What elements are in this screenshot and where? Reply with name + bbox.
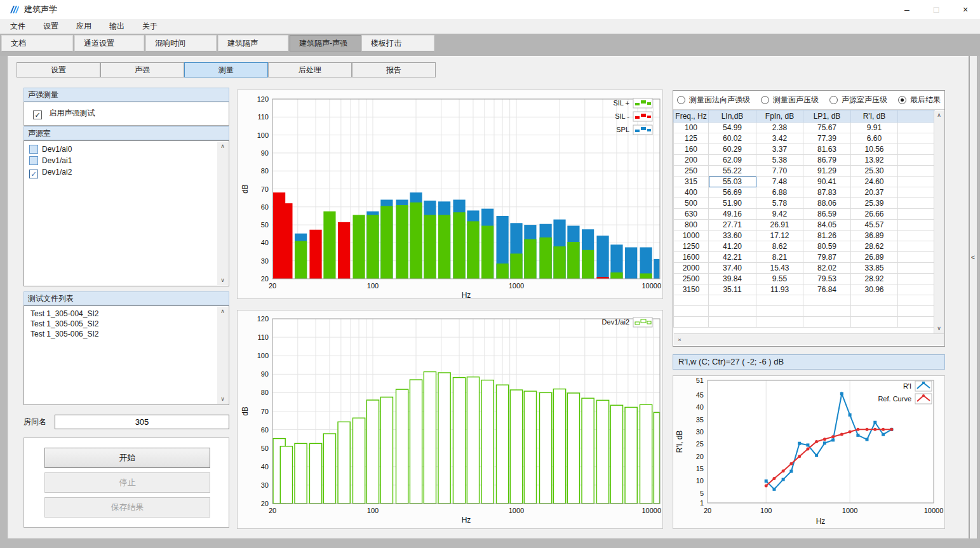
table-cell[interactable]: 35.11 xyxy=(709,284,756,295)
table-cell[interactable]: 15.43 xyxy=(756,263,803,274)
table-cell[interactable] xyxy=(898,123,935,133)
table-cell[interactable]: 160 xyxy=(674,144,709,155)
table-cell[interactable] xyxy=(898,177,935,187)
table-horizontal-scrollbar[interactable]: ‹ › xyxy=(674,333,944,345)
table-cell[interactable]: 25.30 xyxy=(851,166,898,177)
table-row[interactable]: 50051.905.7888.0625.39 xyxy=(674,198,935,209)
table-cell[interactable]: 8.62 xyxy=(756,241,803,252)
table-row[interactable]: 20062.095.3886.7913.92 xyxy=(674,155,935,166)
table-cell[interactable]: 30.96 xyxy=(851,284,898,295)
room-name-input[interactable] xyxy=(55,415,229,429)
table-cell[interactable]: 39.84 xyxy=(709,274,756,284)
channel-checkbox[interactable] xyxy=(29,145,38,154)
channel-checkbox[interactable] xyxy=(29,156,38,165)
table-row[interactable]: 100033.6017.1281.2636.89 xyxy=(674,231,935,241)
scroll-right-icon[interactable]: › xyxy=(674,334,684,345)
right-collapse-splitter[interactable]: < xyxy=(969,56,978,538)
table-cell[interactable]: 125 xyxy=(674,133,709,144)
channel-checkbox[interactable]: ✓ xyxy=(29,170,38,178)
tab[interactable]: 通道设置 xyxy=(74,35,144,51)
table-cell[interactable]: 9.55 xyxy=(756,274,803,284)
table-cell[interactable]: 315 xyxy=(674,177,709,187)
table-cell[interactable]: 60.02 xyxy=(709,133,756,144)
table-cell[interactable]: 1000 xyxy=(674,231,709,241)
table-cell[interactable]: 6.60 xyxy=(851,133,898,144)
scroll-up-icon[interactable]: ∧ xyxy=(217,307,228,316)
table-row[interactable]: 31555.037.4890.4124.60 xyxy=(674,177,935,187)
table-cell[interactable]: 10.56 xyxy=(851,144,898,155)
subtab[interactable]: 设置 xyxy=(17,62,100,77)
table-row[interactable]: 160042.218.2179.8726.89 xyxy=(674,252,935,263)
enable-intensity-checkbox[interactable]: ✓ xyxy=(33,110,42,119)
table-cell[interactable]: 91.29 xyxy=(803,166,851,177)
menu-item[interactable]: 输出 xyxy=(100,19,133,34)
table-cell[interactable]: 7.48 xyxy=(756,177,803,187)
table-cell[interactable]: 9.91 xyxy=(851,123,898,133)
table-row[interactable]: 250039.849.5579.5328.92 xyxy=(674,274,935,284)
table-cell[interactable]: 86.59 xyxy=(803,209,851,220)
file-list-item[interactable]: Test 1_305-004_SI2 xyxy=(24,309,229,319)
table-cell[interactable]: 88.06 xyxy=(803,198,851,209)
table-cell[interactable]: 80.59 xyxy=(803,241,851,252)
table-cell[interactable]: 200 xyxy=(674,155,709,166)
table-cell[interactable]: 26.89 xyxy=(851,252,898,263)
table-cell[interactable] xyxy=(898,209,935,220)
table-cell[interactable]: 28.92 xyxy=(851,274,898,284)
channel-item[interactable]: Dev1/ai0 xyxy=(24,144,229,155)
table-cell[interactable]: 28.62 xyxy=(851,241,898,252)
table-cell[interactable]: 500 xyxy=(674,198,709,209)
tab[interactable]: 建筑隔声-声强 xyxy=(290,35,361,51)
table-cell[interactable]: 20.37 xyxy=(851,187,898,198)
table-cell[interactable] xyxy=(898,241,935,252)
radio-option[interactable]: 测量面声压级 xyxy=(761,95,819,105)
table-cell[interactable]: 62.09 xyxy=(709,155,756,166)
table-cell[interactable] xyxy=(898,263,935,274)
table-cell[interactable]: 800 xyxy=(674,220,709,231)
table-cell[interactable]: 79.53 xyxy=(803,274,851,284)
table-cell[interactable] xyxy=(898,155,935,166)
channel-list-scrollbar[interactable]: ∧ ∨ xyxy=(217,142,228,285)
table-row[interactable]: 25055.227.7091.2925.30 xyxy=(674,166,935,177)
table-cell[interactable]: 27.71 xyxy=(709,220,756,231)
table-cell[interactable]: 49.16 xyxy=(709,209,756,220)
table-row[interactable]: 80027.7126.9184.0545.57 xyxy=(674,220,935,231)
maximize-button[interactable]: □ xyxy=(922,0,951,19)
table-cell[interactable] xyxy=(898,252,935,263)
table-cell[interactable]: 1250 xyxy=(674,241,709,252)
tab[interactable]: 文档 xyxy=(1,35,73,51)
table-cell[interactable]: 100 xyxy=(674,123,709,133)
subtab[interactable]: 报告 xyxy=(352,62,436,77)
table-cell[interactable]: 76.84 xyxy=(803,284,851,295)
table-cell[interactable]: 51.90 xyxy=(709,198,756,209)
scroll-down-icon[interactable]: ∨ xyxy=(217,276,228,285)
tab[interactable]: 楼板打击 xyxy=(361,35,434,51)
tab[interactable]: 建筑隔声 xyxy=(218,35,288,51)
table-cell[interactable]: 5.78 xyxy=(756,198,803,209)
table-row[interactable]: 12560.023.4277.396.60 xyxy=(674,133,935,144)
table-cell[interactable] xyxy=(898,166,935,177)
table-cell[interactable]: 1600 xyxy=(674,252,709,263)
table-cell[interactable]: 24.60 xyxy=(851,177,898,187)
radio-option[interactable]: 最后结果 xyxy=(898,95,941,105)
table-cell[interactable] xyxy=(898,220,935,231)
table-cell[interactable]: 77.39 xyxy=(803,133,851,144)
table-vertical-scrollbar[interactable]: ∧ ∨ xyxy=(934,110,944,333)
table-cell[interactable] xyxy=(898,133,935,144)
table-row[interactable]: 40056.696.8887.8320.37 xyxy=(674,187,935,198)
table-cell[interactable]: 81.63 xyxy=(803,144,851,155)
table-cell[interactable]: 17.12 xyxy=(756,231,803,241)
subtab[interactable]: 测量 xyxy=(184,62,268,77)
table-cell[interactable]: 54.99 xyxy=(709,123,756,133)
table-cell[interactable]: 26.66 xyxy=(851,209,898,220)
menu-item[interactable]: 文件 xyxy=(1,19,34,34)
table-cell[interactable]: 9.42 xyxy=(756,209,803,220)
table-cell[interactable]: 45.57 xyxy=(851,220,898,231)
menu-item[interactable]: 应用 xyxy=(67,19,100,34)
table-cell[interactable]: 86.79 xyxy=(803,155,851,166)
table-cell[interactable]: 13.92 xyxy=(851,155,898,166)
table-cell[interactable]: 26.91 xyxy=(756,220,803,231)
table-cell[interactable]: 56.69 xyxy=(709,187,756,198)
table-cell[interactable] xyxy=(898,231,935,241)
table-cell[interactable]: 3.37 xyxy=(756,144,803,155)
table-cell[interactable]: 400 xyxy=(674,187,709,198)
